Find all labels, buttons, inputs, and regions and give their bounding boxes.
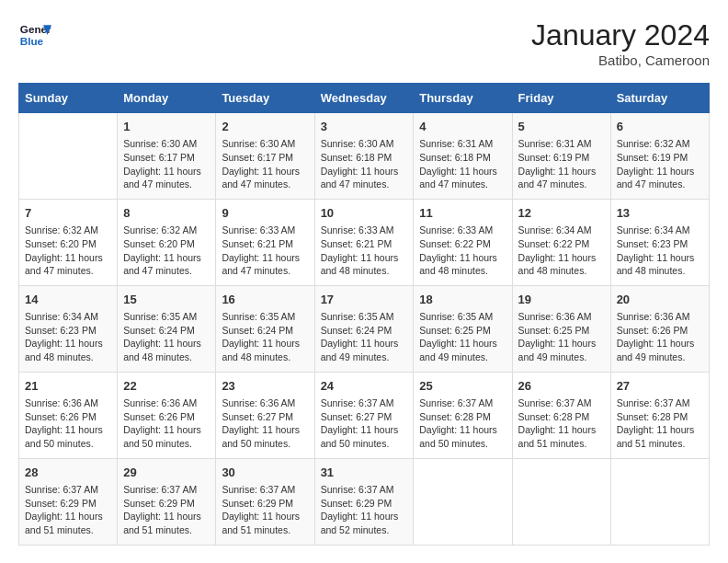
day-number: 28 (25, 465, 111, 481)
calendar-cell: 14Sunrise: 6:34 AM Sunset: 6:23 PM Dayli… (19, 285, 118, 372)
day-info: Sunrise: 6:36 AM Sunset: 6:27 PM Dayligh… (222, 396, 308, 451)
day-info: Sunrise: 6:32 AM Sunset: 6:19 PM Dayligh… (617, 137, 703, 191)
day-info: Sunrise: 6:31 AM Sunset: 6:19 PM Dayligh… (518, 137, 605, 191)
day-info: Sunrise: 6:33 AM Sunset: 6:22 PM Dayligh… (419, 224, 506, 278)
calendar-cell (414, 458, 512, 545)
day-info: Sunrise: 6:31 AM Sunset: 6:18 PM Dayligh… (419, 137, 506, 191)
day-number: 21 (25, 378, 111, 395)
calendar-table: SundayMondayTuesdayWednesdayThursdayFrid… (18, 83, 710, 546)
day-info: Sunrise: 6:37 AM Sunset: 6:27 PM Dayligh… (321, 396, 408, 451)
day-info: Sunrise: 6:36 AM Sunset: 6:26 PM Dayligh… (25, 396, 111, 451)
day-number: 2 (222, 119, 308, 135)
day-number: 9 (222, 205, 308, 222)
day-info: Sunrise: 6:34 AM Sunset: 6:23 PM Dayligh… (617, 224, 703, 278)
day-number: 11 (419, 205, 506, 222)
day-number: 6 (617, 119, 703, 135)
calendar-cell: 26Sunrise: 6:37 AM Sunset: 6:28 PM Dayli… (512, 372, 610, 458)
calendar-cell: 6Sunrise: 6:32 AM Sunset: 6:19 PM Daylig… (610, 113, 709, 200)
calendar-cell: 17Sunrise: 6:35 AM Sunset: 6:24 PM Dayli… (314, 285, 414, 372)
day-number: 14 (25, 292, 111, 308)
calendar-cell: 25Sunrise: 6:37 AM Sunset: 6:28 PM Dayli… (414, 372, 512, 458)
day-number: 30 (222, 465, 308, 481)
day-number: 19 (518, 292, 605, 308)
day-number: 16 (222, 292, 308, 308)
day-number: 17 (321, 292, 408, 308)
day-number: 18 (419, 292, 506, 308)
calendar-cell: 20Sunrise: 6:36 AM Sunset: 6:26 PM Dayli… (610, 285, 709, 372)
day-info: Sunrise: 6:37 AM Sunset: 6:29 PM Dayligh… (123, 483, 210, 537)
day-info: Sunrise: 6:33 AM Sunset: 6:21 PM Dayligh… (222, 224, 308, 278)
day-number: 3 (321, 119, 408, 135)
day-info: Sunrise: 6:32 AM Sunset: 6:20 PM Dayligh… (25, 224, 111, 278)
day-number: 20 (617, 292, 703, 308)
title-area: January 2024 Batibo, Cameroon (531, 18, 710, 68)
svg-text:Blue: Blue (20, 35, 44, 47)
calendar-cell: 15Sunrise: 6:35 AM Sunset: 6:24 PM Dayli… (118, 285, 216, 372)
day-info: Sunrise: 6:30 AM Sunset: 6:17 PM Dayligh… (222, 137, 308, 191)
calendar-cell: 9Sunrise: 6:33 AM Sunset: 6:21 PM Daylig… (216, 199, 314, 285)
day-number: 10 (321, 205, 408, 222)
calendar-cell: 31Sunrise: 6:37 AM Sunset: 6:29 PM Dayli… (314, 458, 414, 545)
calendar-cell: 5Sunrise: 6:31 AM Sunset: 6:19 PM Daylig… (512, 113, 610, 200)
calendar-cell: 23Sunrise: 6:36 AM Sunset: 6:27 PM Dayli… (216, 372, 314, 458)
logo-icon: General Blue (18, 18, 51, 52)
calendar-cell: 4Sunrise: 6:31 AM Sunset: 6:18 PM Daylig… (414, 113, 512, 200)
col-header-friday: Friday (512, 84, 610, 113)
calendar-cell: 21Sunrise: 6:36 AM Sunset: 6:26 PM Dayli… (19, 372, 118, 458)
day-info: Sunrise: 6:36 AM Sunset: 6:25 PM Dayligh… (518, 310, 605, 364)
col-header-wednesday: Wednesday (314, 84, 414, 113)
calendar-cell: 7Sunrise: 6:32 AM Sunset: 6:20 PM Daylig… (19, 199, 118, 285)
calendar-cell: 13Sunrise: 6:34 AM Sunset: 6:23 PM Dayli… (610, 199, 709, 285)
col-header-thursday: Thursday (414, 84, 512, 113)
calendar-cell: 29Sunrise: 6:37 AM Sunset: 6:29 PM Dayli… (118, 458, 216, 545)
calendar-cell: 16Sunrise: 6:35 AM Sunset: 6:24 PM Dayli… (216, 285, 314, 372)
day-number: 25 (419, 378, 506, 395)
day-info: Sunrise: 6:34 AM Sunset: 6:22 PM Dayligh… (518, 224, 605, 278)
month-year-title: January 2024 (531, 18, 710, 52)
day-info: Sunrise: 6:37 AM Sunset: 6:28 PM Dayligh… (518, 396, 605, 451)
calendar-week-row: 7Sunrise: 6:32 AM Sunset: 6:20 PM Daylig… (19, 199, 710, 285)
calendar-cell: 3Sunrise: 6:30 AM Sunset: 6:18 PM Daylig… (314, 113, 414, 200)
day-number: 29 (123, 465, 210, 481)
day-number: 23 (222, 378, 308, 395)
day-info: Sunrise: 6:37 AM Sunset: 6:28 PM Dayligh… (419, 396, 506, 451)
calendar-week-row: 1Sunrise: 6:30 AM Sunset: 6:17 PM Daylig… (19, 113, 710, 200)
day-info: Sunrise: 6:30 AM Sunset: 6:18 PM Dayligh… (321, 137, 408, 191)
day-info: Sunrise: 6:34 AM Sunset: 6:23 PM Dayligh… (25, 310, 111, 364)
day-info: Sunrise: 6:37 AM Sunset: 6:29 PM Dayligh… (222, 483, 308, 537)
calendar-cell: 12Sunrise: 6:34 AM Sunset: 6:22 PM Dayli… (512, 199, 610, 285)
day-info: Sunrise: 6:37 AM Sunset: 6:28 PM Dayligh… (617, 396, 703, 451)
day-info: Sunrise: 6:35 AM Sunset: 6:24 PM Dayligh… (123, 310, 210, 364)
day-number: 24 (321, 378, 408, 395)
day-info: Sunrise: 6:32 AM Sunset: 6:20 PM Dayligh… (123, 224, 210, 278)
calendar-cell: 18Sunrise: 6:35 AM Sunset: 6:25 PM Dayli… (414, 285, 512, 372)
day-number: 12 (518, 205, 605, 222)
calendar-cell: 11Sunrise: 6:33 AM Sunset: 6:22 PM Dayli… (414, 199, 512, 285)
day-info: Sunrise: 6:35 AM Sunset: 6:25 PM Dayligh… (419, 310, 506, 364)
col-header-saturday: Saturday (610, 84, 709, 113)
calendar-cell: 19Sunrise: 6:36 AM Sunset: 6:25 PM Dayli… (512, 285, 610, 372)
day-info: Sunrise: 6:37 AM Sunset: 6:29 PM Dayligh… (321, 483, 408, 537)
col-header-sunday: Sunday (19, 84, 118, 113)
calendar-cell (19, 113, 118, 200)
day-number: 7 (25, 205, 111, 222)
day-number: 4 (419, 119, 506, 135)
calendar-week-row: 28Sunrise: 6:37 AM Sunset: 6:29 PM Dayli… (19, 458, 710, 545)
page-header: General Blue January 2024 Batibo, Camero… (18, 18, 710, 68)
day-info: Sunrise: 6:36 AM Sunset: 6:26 PM Dayligh… (123, 396, 210, 451)
location-subtitle: Batibo, Cameroon (531, 52, 710, 68)
calendar-week-row: 14Sunrise: 6:34 AM Sunset: 6:23 PM Dayli… (19, 285, 710, 372)
day-number: 8 (123, 205, 210, 222)
col-header-monday: Monday (118, 84, 216, 113)
day-info: Sunrise: 6:36 AM Sunset: 6:26 PM Dayligh… (617, 310, 703, 364)
calendar-cell: 10Sunrise: 6:33 AM Sunset: 6:21 PM Dayli… (314, 199, 414, 285)
calendar-cell: 22Sunrise: 6:36 AM Sunset: 6:26 PM Dayli… (118, 372, 216, 458)
day-number: 22 (123, 378, 210, 395)
day-number: 1 (123, 119, 210, 135)
day-number: 26 (518, 378, 605, 395)
col-header-tuesday: Tuesday (216, 84, 314, 113)
day-number: 27 (617, 378, 703, 395)
day-number: 13 (617, 205, 703, 222)
calendar-cell: 28Sunrise: 6:37 AM Sunset: 6:29 PM Dayli… (19, 458, 118, 545)
calendar-cell (610, 458, 709, 545)
